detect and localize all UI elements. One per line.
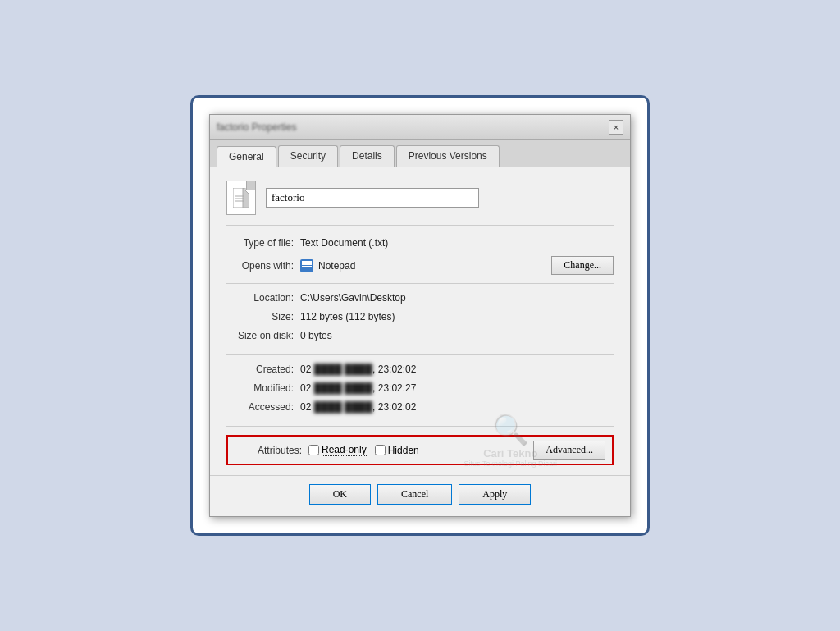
location-label: Location: [226, 292, 300, 304]
tab-content-general: Type of file: Text Document (.txt) Opens… [210, 167, 630, 475]
location-row: Location: C:\Users\Gavin\Desktop [226, 292, 614, 309]
hidden-checkbox-label[interactable]: Hidden [375, 445, 419, 456]
modified-time: 23:02:27 [378, 382, 417, 394]
tab-previous-versions[interactable]: Previous Versions [396, 145, 500, 167]
created-value: 02 ████ ████, 23:02:02 [300, 364, 416, 375]
readonly-checkbox-label[interactable]: Read-only [308, 444, 367, 456]
apply-button[interactable]: Apply [459, 484, 531, 505]
modified-label: Modified: [226, 382, 300, 394]
accessed-row: Accessed: 02 ████ ████, 23:02:02 [226, 401, 614, 418]
size-on-disk-row: Size on disk: 0 bytes [226, 330, 614, 346]
document-icon [233, 188, 249, 208]
accessed-value: 02 ████ ████, 23:02:02 [300, 401, 416, 413]
divider-1 [226, 283, 614, 284]
created-time: 23:02:02 [378, 364, 417, 375]
location-value: C:\Users\Gavin\Desktop [300, 292, 406, 304]
readonly-checkbox[interactable] [308, 445, 319, 455]
attributes-row: Attributes: Read-only Hidden Advanced... [226, 435, 614, 465]
type-of-file-value: Text Document (.txt) [300, 237, 388, 249]
advanced-button[interactable]: Advanced... [533, 441, 605, 460]
divider-3 [226, 426, 614, 427]
properties-dialog: factorio Properties × General Security D… [209, 114, 631, 517]
size-on-disk-label: Size on disk: [226, 330, 300, 341]
size-value: 112 bytes (112 bytes) [300, 311, 395, 322]
type-of-file-row: Type of file: Text Document (.txt) [226, 237, 614, 254]
tab-details[interactable]: Details [340, 145, 395, 167]
hidden-label: Hidden [388, 445, 419, 456]
notepad-icon [300, 259, 313, 272]
hidden-checkbox[interactable] [375, 445, 386, 455]
title-bar: factorio Properties × [210, 115, 630, 140]
modified-value: 02 ████ ████, 23:02:27 [300, 382, 416, 394]
ok-button[interactable]: OK [309, 484, 371, 505]
file-name-input[interactable] [266, 188, 479, 208]
bottom-buttons: OK Cancel Apply [210, 475, 630, 516]
dates-section: Created: 02 ████ ████, 23:02:02 Modified… [226, 364, 614, 418]
readonly-label: Read-only [322, 444, 367, 456]
created-blur-1: ████ ████ [314, 364, 372, 375]
tab-bar: General Security Details Previous Versio… [210, 140, 630, 167]
change-button[interactable]: Change... [551, 256, 614, 275]
tab-security[interactable]: Security [278, 145, 338, 167]
tab-general[interactable]: General [217, 146, 276, 167]
file-icon [226, 181, 256, 215]
title-bar-text: factorio Properties [217, 121, 296, 133]
created-row: Created: 02 ████ ████, 23:02:02 [226, 364, 614, 380]
type-of-file-label: Type of file: [226, 237, 300, 249]
size-on-disk-value: 0 bytes [300, 330, 332, 341]
attributes-label: Attributes: [235, 445, 308, 456]
file-info-section: Type of file: Text Document (.txt) Opens… [226, 237, 614, 275]
close-button[interactable]: × [609, 120, 623, 135]
size-label: Size: [226, 311, 300, 322]
divider-2 [226, 354, 614, 355]
cancel-button[interactable]: Cancel [377, 484, 452, 505]
accessed-blur-1: ████ ████ [314, 401, 372, 413]
accessed-time: 23:02:02 [378, 401, 417, 413]
accessed-label: Accessed: [226, 401, 300, 413]
modified-row: Modified: 02 ████ ████, 23:02:27 [226, 382, 614, 399]
created-label: Created: [226, 364, 300, 375]
file-header [226, 181, 614, 226]
attributes-controls: Read-only Hidden [308, 444, 419, 456]
location-section: Location: C:\Users\Gavin\Desktop Size: 1… [226, 292, 614, 346]
modified-blur-1: ████ ████ [314, 382, 372, 394]
svg-marker-1 [243, 188, 249, 208]
opens-with-label: Opens with: [226, 260, 300, 272]
size-row: Size: 112 bytes (112 bytes) [226, 311, 614, 327]
opens-with-value: Notepad [318, 260, 355, 272]
opens-with-row: Opens with: Notepad Change... [226, 256, 614, 275]
